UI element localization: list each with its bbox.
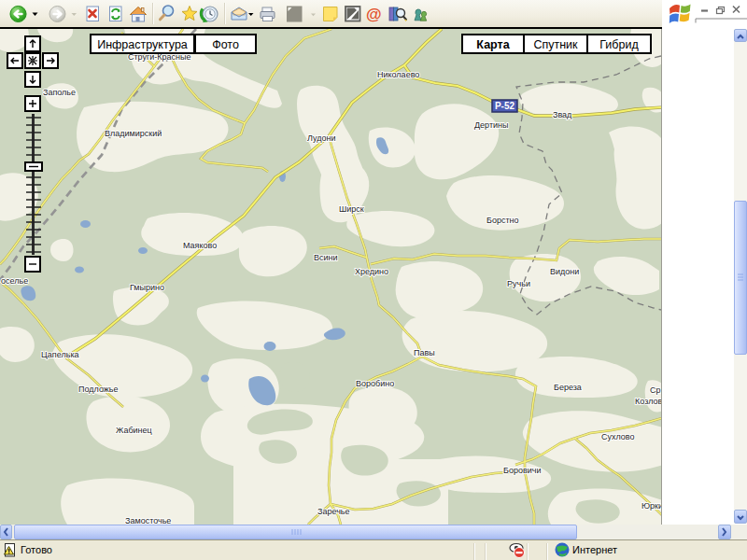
svg-text:Замосточье: Замосточье <box>125 516 171 525</box>
svg-text:Ширск: Ширск <box>339 204 364 214</box>
svg-text:Дертины: Дертины <box>474 120 509 130</box>
svg-text:Хредино: Хредино <box>355 267 388 276</box>
svg-text:Маяково: Маяково <box>183 241 217 250</box>
svg-text:Гибрид: Гибрид <box>599 38 639 51</box>
svg-text:Карта: Карта <box>476 38 510 51</box>
svg-text:Николаево: Николаево <box>377 70 419 79</box>
svg-text:Заречье: Заречье <box>317 507 350 516</box>
svg-text:Павы: Павы <box>414 348 435 357</box>
svg-text:Борстно: Борстно <box>486 216 519 225</box>
svg-text:Ручьи: Ручьи <box>507 279 530 288</box>
svg-text:Всини: Всини <box>314 253 338 262</box>
svg-text:Р-52: Р-52 <box>495 101 515 111</box>
svg-text:Лудони: Лудони <box>307 133 335 143</box>
svg-text:Спутник: Спутник <box>533 38 578 51</box>
svg-text:Гмырино: Гмырино <box>130 283 164 292</box>
svg-text:Звад: Звад <box>553 110 572 119</box>
svg-text:Заполье: Заполье <box>43 88 76 97</box>
svg-text:Владимирский: Владимирский <box>105 129 162 138</box>
svg-text:Береза: Береза <box>554 383 582 392</box>
svg-text:Подложье: Подложье <box>78 385 119 394</box>
svg-text:Юрки: Юрки <box>641 501 662 511</box>
svg-text:Козлово: Козлово <box>635 397 662 406</box>
svg-text:Цапелька: Цапелька <box>41 350 79 359</box>
svg-text:оселье: оселье <box>1 276 28 286</box>
svg-text:Воробино: Воробино <box>356 379 394 388</box>
svg-text:Боровичи: Боровичи <box>503 466 541 475</box>
svg-text:Жабинец: Жабинец <box>116 426 152 435</box>
svg-text:Инфраструктура: Инфраструктура <box>97 38 188 51</box>
svg-text:Сухлово: Сухлово <box>601 432 635 441</box>
svg-text:Ср.: Ср. <box>650 385 662 395</box>
svg-text:Фото: Фото <box>212 38 239 51</box>
svg-text:Видони: Видони <box>550 267 579 276</box>
svg-text:@: @ <box>366 6 382 23</box>
